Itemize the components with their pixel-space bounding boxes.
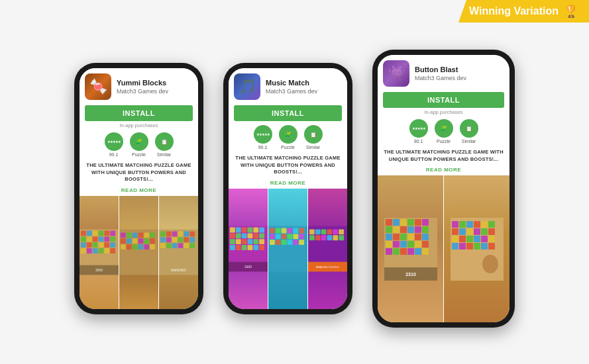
svg-rect-150 — [415, 241, 421, 248]
screenshot-3-music: AMAZING PUZZLE! — [308, 189, 347, 310]
svg-rect-54 — [166, 238, 172, 243]
svg-rect-171 — [481, 228, 488, 235]
svg-rect-9 — [93, 237, 98, 242]
svg-rect-30 — [133, 233, 138, 238]
rating-circle-button: ★★★★★ — [409, 119, 428, 138]
svg-rect-29 — [127, 233, 132, 238]
svg-rect-129 — [393, 219, 400, 226]
svg-rect-100 — [270, 234, 275, 239]
svg-rect-69 — [242, 227, 247, 232]
svg-rect-128 — [386, 219, 392, 226]
rating-item-score-yummi: ★★★★★ 90.1 — [105, 132, 123, 157]
screenshot-2-music — [268, 189, 307, 310]
app-name-yummi: Yummi Blocks — [117, 79, 193, 87]
svg-rect-18 — [110, 243, 115, 248]
svg-rect-107 — [276, 240, 281, 245]
install-button-button[interactable]: INSTALL — [383, 92, 504, 108]
svg-rect-19 — [81, 248, 86, 253]
svg-rect-20 — [87, 248, 92, 253]
rating-item-puzzle-button: 🧩 Puzzle — [435, 119, 453, 144]
svg-rect-5 — [104, 231, 109, 236]
app-dev-button: Match3 Games dev — [415, 75, 504, 81]
svg-rect-50 — [178, 232, 184, 237]
svg-rect-147 — [393, 241, 400, 248]
in-app-yummi: In-app purchases — [85, 122, 193, 128]
svg-rect-180 — [459, 243, 466, 250]
svg-rect-182 — [474, 243, 480, 250]
svg-rect-16 — [99, 243, 104, 248]
svg-rect-41 — [127, 244, 132, 250]
svg-rect-35 — [127, 239, 132, 244]
rating-label-music: 90.1 — [258, 145, 268, 150]
rating-circle-yummi: ★★★★★ — [105, 132, 123, 151]
rating-item-score-button: ★★★★★ 90.1 — [409, 119, 428, 144]
svg-rect-48 — [166, 232, 172, 237]
winning-text: Winning Variation — [469, 5, 559, 17]
svg-rect-10 — [99, 237, 104, 242]
svg-rect-152 — [386, 248, 392, 255]
svg-rect-73 — [230, 233, 235, 238]
rating-item-puzzle-music: 🧩 Puzzle — [279, 125, 297, 150]
svg-rect-133 — [422, 219, 429, 226]
svg-rect-56 — [178, 238, 184, 243]
svg-rect-76 — [248, 233, 253, 238]
svg-rect-111 — [299, 240, 304, 245]
game-view-1-yummi: 3500 — [80, 196, 119, 310]
svg-rect-57 — [184, 238, 189, 243]
read-more-button[interactable]: READ MORE — [378, 165, 509, 175]
app-name-music: Music Match — [266, 79, 342, 87]
svg-rect-17 — [104, 243, 109, 248]
phone-screen-button: 👾 Button Blast Match3 Games dev INSTALL … — [378, 55, 509, 322]
svg-rect-94 — [270, 228, 275, 233]
app-icon-yummi: 🍬 — [85, 73, 111, 100]
install-button-music[interactable]: INSTALL — [234, 105, 342, 121]
app-dev-music: Match3 Games dev — [266, 88, 342, 95]
winning-banner: Winning Variation 🏆 — [458, 0, 589, 23]
svg-rect-43 — [138, 244, 144, 250]
svg-rect-21 — [93, 248, 98, 253]
in-app-button: In-app purchases — [383, 109, 504, 115]
rating-row-yummi: ★★★★★ 90.1 🧩 Puzzle 📋 Similar — [80, 130, 198, 159]
svg-rect-11 — [104, 237, 109, 242]
svg-rect-79 — [230, 239, 235, 244]
svg-rect-49 — [172, 232, 178, 237]
svg-rect-40 — [121, 244, 126, 250]
svg-rect-59 — [160, 243, 166, 248]
install-button-yummi[interactable]: INSTALL — [85, 105, 193, 121]
install-section-button: INSTALL In-app purchases — [378, 89, 509, 116]
svg-rect-39 — [150, 239, 155, 244]
rating-item-similar-button: 📋 Similar — [460, 119, 478, 144]
svg-rect-181 — [466, 243, 473, 250]
svg-rect-151 — [422, 241, 429, 248]
svg-rect-68 — [236, 227, 241, 232]
svg-rect-166 — [488, 221, 495, 228]
phone-screen-yummi: 🍬 Yummi Blocks Match3 Games dev INSTALL … — [80, 68, 198, 309]
screenshot-2-yummi — [119, 196, 158, 310]
description-yummi: THE ULTIMATE MATCHING PUZZLE GAME WITH U… — [80, 159, 198, 186]
svg-rect-183 — [481, 243, 488, 250]
svg-rect-164 — [474, 221, 480, 228]
svg-rect-53 — [160, 238, 166, 243]
svg-rect-113 — [309, 229, 315, 234]
puzzle-label-button: Puzzle — [437, 139, 451, 144]
svg-rect-148 — [400, 241, 407, 248]
similar-circle-button: 📋 — [460, 119, 478, 138]
svg-rect-98 — [293, 228, 298, 233]
svg-rect-88 — [248, 245, 253, 250]
read-more-yummi[interactable]: READ MORE — [80, 186, 198, 196]
svg-rect-161 — [452, 221, 458, 228]
svg-rect-47 — [160, 232, 166, 237]
game-view-1-button: 2310 — [378, 175, 443, 322]
stars-button: ★★★★★ — [412, 126, 425, 130]
svg-rect-77 — [253, 233, 258, 238]
svg-rect-1 — [81, 231, 86, 236]
svg-rect-37 — [138, 239, 144, 244]
read-more-music[interactable]: READ MORE — [229, 179, 347, 189]
description-button: THE ULTIMATE MATCHING PUZZLE GAME WITH U… — [378, 146, 509, 165]
svg-rect-24 — [110, 248, 115, 253]
svg-rect-122 — [327, 235, 333, 240]
rating-item-similar-music: 📋 Similar — [304, 125, 323, 150]
svg-rect-177 — [481, 236, 488, 242]
svg-rect-174 — [459, 236, 466, 242]
svg-rect-138 — [415, 226, 421, 233]
